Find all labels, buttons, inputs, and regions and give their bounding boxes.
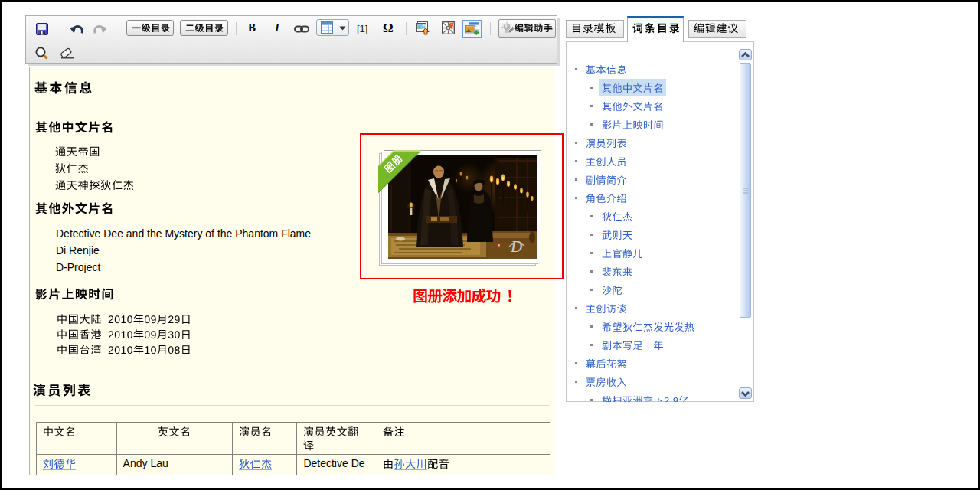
svg-text:D: D: [510, 237, 522, 256]
